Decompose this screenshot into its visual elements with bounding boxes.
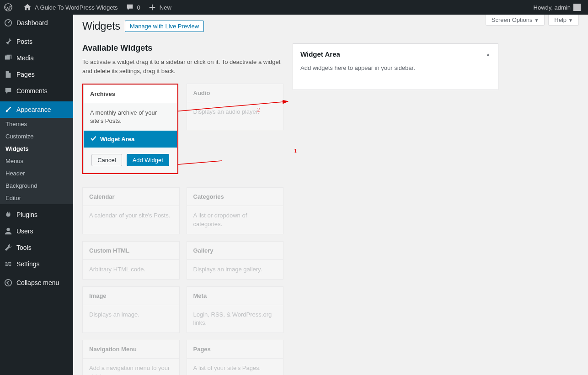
svg-point-2 (6, 228, 10, 231)
cancel-button[interactable]: Cancel (91, 154, 122, 166)
chevron-down-icon: ▼ (534, 18, 539, 23)
widget-card-navmenu[interactable]: Navigation MenuAdd a navigation menu to … (82, 340, 180, 375)
menu-tools[interactable]: Tools (0, 239, 73, 256)
wrench-icon (4, 243, 13, 252)
site-link[interactable]: A Guide To WordPress Widgets (19, 0, 122, 15)
menu-pages[interactable]: Pages (0, 66, 73, 83)
annotation-label-1: 1 (294, 147, 297, 154)
submenu-header[interactable]: Header (0, 167, 73, 180)
menu-comments[interactable]: Comments (0, 83, 73, 99)
menu-plugins[interactable]: Plugins (0, 206, 73, 223)
submenu-background[interactable]: Background (0, 180, 73, 192)
annotation-highlight: Archives A monthly archive of your site'… (82, 84, 178, 174)
user-icon (4, 227, 13, 236)
menu-dashboard[interactable]: Dashboard (0, 15, 73, 31)
archives-expanded-panel: Archives A monthly archive of your site'… (83, 85, 177, 173)
media-icon (4, 53, 13, 63)
svg-point-3 (5, 280, 11, 286)
archives-title[interactable]: Archives (84, 85, 177, 103)
live-preview-button[interactable]: Manage with Live Preview (125, 21, 204, 32)
menu-settings[interactable]: Settings (0, 256, 73, 272)
chevron-up-icon[interactable]: ▲ (486, 52, 491, 57)
archives-desc: A monthly archive of your site's Posts. (84, 103, 177, 131)
dashboard-icon (4, 18, 13, 27)
wp-logo[interactable] (0, 0, 19, 15)
widget-card-customhtml[interactable]: Custom HTMLArbitrary HTML code. (82, 241, 180, 280)
content: Screen Options▼ Help▼ Widgets Manage wit… (73, 15, 588, 375)
admin-bar: A Guide To WordPress Widgets 0 New Howdy… (0, 0, 588, 15)
menu-posts[interactable]: Posts (0, 33, 73, 50)
available-widgets-title: Available Widgets (82, 43, 283, 53)
area-option[interactable]: Widget Area (84, 131, 177, 148)
submenu-themes[interactable]: Themes (0, 118, 73, 130)
submenu-customize[interactable]: Customize (0, 130, 73, 143)
widget-card-calendar[interactable]: CalendarA calendar of your site's Posts. (82, 187, 180, 234)
howdy-text: Howdy, admin (534, 4, 571, 11)
new-link[interactable]: New (144, 0, 175, 15)
admin-sidebar: Dashboard Posts Media Pages Comments App… (0, 15, 73, 375)
submenu-editor[interactable]: Editor (0, 192, 73, 204)
submenu-appearance: Themes Customize Widgets Menus Header Ba… (0, 118, 73, 204)
widget-card-meta[interactable]: MetaLogin, RSS, & WordPress.org links. (187, 286, 284, 333)
chevron-down-icon: ▼ (568, 18, 573, 23)
avatar (573, 4, 581, 11)
menu-media[interactable]: Media (0, 50, 73, 66)
add-widget-button[interactable]: Add Widget (127, 154, 169, 166)
widget-card-pages[interactable]: PagesA list of your site's Pages. (187, 340, 284, 375)
comment-icon (125, 3, 134, 12)
submenu-widgets[interactable]: Widgets (0, 143, 73, 155)
submenu-menus[interactable]: Menus (0, 155, 73, 167)
widget-area-desc: Add widgets here to appear in your sideb… (293, 64, 498, 90)
plug-icon (4, 210, 13, 219)
site-name: A Guide To WordPress Widgets (35, 4, 118, 11)
brush-icon (4, 105, 13, 114)
comments-icon (4, 86, 13, 95)
check-icon (90, 135, 96, 143)
widget-card-categories[interactable]: CategoriesA list or dropdown of categori… (187, 187, 284, 234)
comments-link[interactable]: 0 (122, 0, 144, 15)
widget-card-gallery[interactable]: GalleryDisplays an image gallery. (187, 241, 284, 280)
page-title: Widgets (82, 20, 120, 32)
menu-collapse[interactable]: Collapse menu (0, 275, 73, 291)
widget-area-title[interactable]: Widget Area (300, 50, 340, 58)
account-link[interactable]: Howdy, admin (530, 0, 584, 15)
plus-icon (148, 3, 157, 12)
widget-area-card: Widget Area ▲ Add widgets here to appear… (293, 43, 498, 90)
widget-card-image[interactable]: ImageDisplays an image. (82, 286, 180, 333)
help-button[interactable]: Help▼ (548, 15, 579, 26)
annotation-label-2: 2 (257, 106, 260, 113)
collapse-icon (4, 278, 13, 287)
pin-icon (4, 37, 13, 46)
menu-appearance[interactable]: Appearance (0, 101, 73, 118)
widgets-grid: Archives A monthly archive of your site'… (82, 84, 283, 375)
menu-users[interactable]: Users (0, 223, 73, 239)
screen-options-button[interactable]: Screen Options▼ (486, 15, 545, 26)
sliders-icon (4, 259, 13, 269)
home-icon (23, 3, 32, 12)
available-widgets-desc: To activate a widget drag it to a sideba… (82, 58, 283, 75)
pages-icon (4, 70, 13, 79)
new-label: New (160, 4, 171, 11)
widget-card-audio[interactable]: Audio Displays an audio player. (187, 84, 284, 130)
comments-count: 0 (137, 4, 140, 11)
